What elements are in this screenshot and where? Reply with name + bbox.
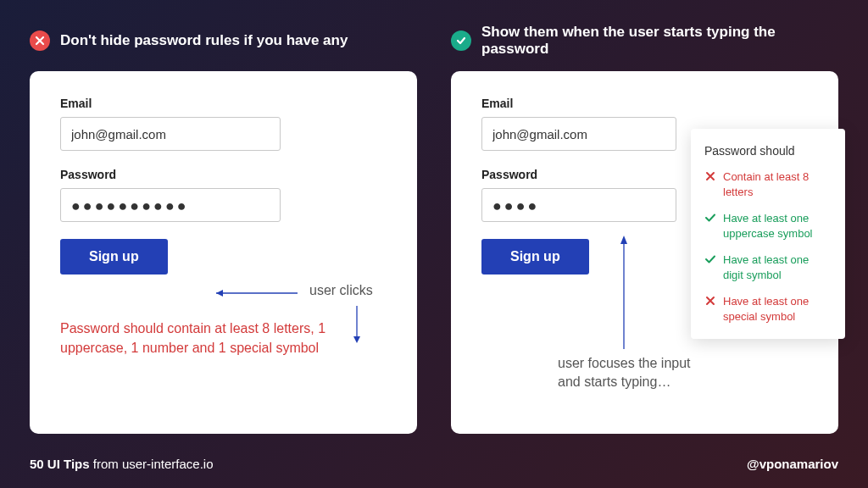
rule-item: Have at least one special symbol (704, 294, 832, 324)
panel-good-example: Email Password ●●●● Sign up Password sho… (451, 71, 838, 434)
check-icon (704, 212, 716, 224)
x-icon (704, 295, 716, 307)
email-label: Email (481, 97, 808, 110)
signup-button[interactable]: Sign up (60, 239, 168, 274)
rule-item: Have at least one digit symbol (704, 252, 832, 282)
footer-handle: @vponamariov (747, 457, 838, 471)
password-label: Password (60, 168, 387, 181)
arrow-up-icon (615, 232, 632, 351)
rule-text: Have at least one digit symbol (723, 252, 832, 282)
email-field[interactable] (60, 117, 281, 151)
arrow-left-icon (208, 285, 301, 302)
rule-text: Contain at least 8 letters (723, 169, 832, 199)
rules-title: Password should (704, 144, 832, 158)
check-icon (704, 253, 716, 265)
annotation-user-clicks: user clicks (309, 283, 373, 298)
x-icon (30, 30, 50, 51)
header-bad-text: Don't hide password rules if you have an… (60, 32, 348, 49)
signup-button[interactable]: Sign up (481, 239, 589, 274)
annotation-user-focuses: user focuses the inputand starts typing… (558, 354, 691, 392)
rule-text: Have at least one uppercase symbol (723, 211, 832, 241)
footer: 50 UI Tips from user-interface.io @vpona… (30, 457, 838, 471)
svg-marker-3 (353, 336, 360, 343)
header-bad: Don't hide password rules if you have an… (30, 24, 417, 58)
x-icon (704, 170, 716, 182)
panel-bad-example: Email Password ●●●●●●●●●● Sign up user c… (30, 71, 417, 434)
password-rules-popup: Password should Contain at least 8 lette… (691, 129, 845, 339)
header-good: Show them when the user starts typing th… (451, 24, 838, 58)
password-field[interactable]: ●●●●●●●●●● (60, 188, 281, 222)
rule-item: Contain at least 8 letters (704, 169, 832, 199)
footer-credit: 50 UI Tips from user-interface.io (30, 457, 213, 471)
error-message: Password should contain at least 8 lette… (60, 319, 348, 358)
email-field[interactable] (481, 117, 676, 151)
email-label: Email (60, 97, 387, 110)
svg-marker-1 (216, 290, 223, 297)
svg-marker-5 (620, 236, 627, 244)
header-good-text: Show them when the user starts typing th… (481, 24, 838, 58)
rule-item: Have at least one uppercase symbol (704, 211, 832, 241)
password-field[interactable]: ●●●● (481, 188, 676, 222)
check-icon (451, 30, 471, 51)
rule-text: Have at least one special symbol (723, 294, 832, 324)
arrow-down-icon (348, 304, 365, 345)
